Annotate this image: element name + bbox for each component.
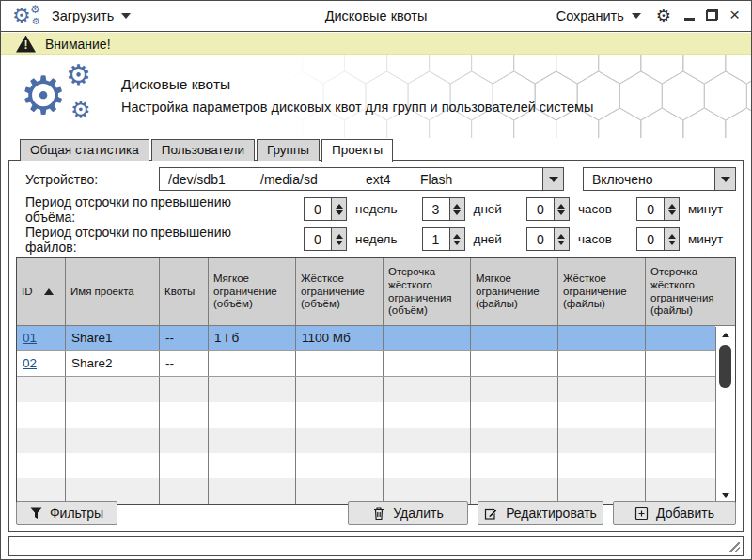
spinner-buttons[interactable]	[554, 228, 569, 250]
close-button[interactable]: ×	[729, 9, 740, 23]
spin-down-icon	[557, 241, 565, 245]
spin-up-icon	[336, 204, 343, 209]
table-row[interactable]: 01Share1--1 Гб1100 Мб	[17, 326, 715, 351]
spinner-value: 0	[637, 228, 664, 250]
column-header-5[interactable]: Жёсткое ограничение (объём)	[296, 258, 384, 325]
column-header-label: Квоты	[164, 286, 195, 299]
column-header-2[interactable]: Имя проекта	[66, 258, 160, 325]
filters-button[interactable]: Фильтры	[16, 501, 118, 525]
days-spinner[interactable]: 3	[422, 197, 465, 221]
column-header-4[interactable]: Мягкое ограничение (объём)	[209, 258, 296, 325]
quota-status-select[interactable]: Включено	[583, 167, 736, 191]
table-cell	[209, 377, 296, 402]
delete-button[interactable]: Удалить	[348, 501, 468, 525]
tab-2[interactable]: Пользователи	[151, 139, 255, 161]
table-cell	[384, 478, 471, 504]
scroll-up-button[interactable]	[716, 328, 735, 342]
restore-icon	[706, 9, 718, 21]
unit-label: часов	[578, 202, 612, 216]
device-label: Устройство:	[16, 172, 159, 187]
grace-volume-label: Период отсрочки по превышению объёма:	[16, 194, 279, 225]
table-cell: --	[160, 351, 209, 376]
table-cell: 1 Гб	[209, 326, 296, 350]
restore-button[interactable]	[706, 9, 718, 23]
spin-down-icon	[557, 210, 565, 215]
column-header-6[interactable]: Отсрочка жёсткого ограничения (объём)	[384, 258, 471, 325]
chevron-down-icon	[721, 177, 730, 182]
spin-down-icon	[668, 241, 676, 245]
table-cell	[296, 377, 384, 402]
table-row[interactable]: 02Share2--	[17, 351, 715, 377]
tab-3[interactable]: Группы	[257, 139, 320, 161]
spinner-buttons[interactable]	[449, 228, 464, 250]
column-header-1[interactable]: ID	[17, 258, 66, 325]
table-cell	[160, 428, 209, 453]
spinner-buttons[interactable]	[554, 198, 569, 220]
table-cell	[66, 478, 160, 504]
row-id-link[interactable]: 02	[23, 356, 37, 370]
table-cell	[66, 453, 160, 478]
gear-icon: ⚙	[20, 70, 67, 122]
hours-spinner[interactable]: 0	[526, 197, 570, 221]
device-dropdown-button[interactable]	[542, 168, 563, 190]
weeks-spinner[interactable]: 0	[304, 197, 347, 221]
status-dropdown-button[interactable]	[714, 168, 735, 190]
tab-1[interactable]: Общая статистика	[20, 139, 149, 161]
tab-4[interactable]: Проекты	[321, 139, 393, 162]
sort-ascending-icon	[44, 288, 54, 295]
hours-spinner[interactable]: 0	[526, 227, 570, 251]
table-cell	[471, 478, 558, 504]
column-header-7[interactable]: Мягкое ограничение (файлы)	[471, 258, 558, 325]
table-cell	[209, 478, 296, 504]
table-cell	[558, 377, 646, 402]
spinner-buttons[interactable]	[331, 198, 346, 220]
settings-gear-icon[interactable]: ⚙	[656, 8, 671, 24]
table-cell	[17, 428, 66, 453]
page-subtitle: Настройка параметров дисковых квот для г…	[121, 100, 593, 115]
minimize-button[interactable]	[684, 9, 695, 23]
column-header-label: Имя проекта	[70, 286, 134, 299]
grace-files-minutes: 0 минут	[636, 227, 723, 251]
table-cell	[209, 351, 296, 376]
device-select[interactable]: /dev/sdb1/media/sdext4Flash	[159, 167, 564, 191]
gear-icon: ⚙	[32, 17, 40, 26]
table-empty-row	[17, 428, 715, 453]
table-cell	[384, 428, 471, 453]
table-cell	[471, 377, 558, 402]
load-menu-button[interactable]: Загрузить	[46, 5, 136, 27]
device-value-part: ext4	[366, 172, 420, 187]
filters-label: Фильтры	[50, 506, 103, 521]
tab-bar: Общая статистикаПользователиГруппыПроект…	[20, 139, 395, 161]
spinner-value: 0	[305, 198, 331, 220]
table-cell	[471, 402, 558, 428]
column-header-8[interactable]: Жёсткое ограничение (файлы)	[558, 258, 646, 325]
scroll-up-icon	[722, 333, 729, 337]
unit-label: минут	[688, 202, 723, 216]
edit-button[interactable]: Редактировать	[478, 501, 603, 525]
days-spinner[interactable]: 1	[422, 227, 465, 251]
minutes-spinner[interactable]: 0	[636, 197, 680, 221]
weeks-spinner[interactable]: 0	[304, 227, 347, 251]
spinner-buttons[interactable]	[664, 198, 679, 220]
unit-label: дней	[474, 232, 502, 246]
table-cell	[296, 478, 384, 504]
spinner-buttons[interactable]	[331, 228, 346, 250]
resize-grip[interactable]	[729, 542, 740, 552]
vertical-scrollbar[interactable]	[715, 327, 735, 504]
row-id-link[interactable]: 01	[23, 331, 37, 345]
column-header-3[interactable]: Квоты	[160, 258, 209, 325]
scrollbar-thumb[interactable]	[719, 345, 731, 388]
device-select-value: /dev/sdb1/media/sdext4Flash	[160, 168, 542, 190]
spinner-buttons[interactable]	[664, 228, 679, 250]
table-cell	[384, 377, 471, 402]
column-header-label: Жёсткое ограничение (файлы)	[563, 272, 640, 311]
minutes-spinner[interactable]: 0	[636, 227, 680, 251]
delete-label: Удалить	[393, 506, 443, 521]
table-cell: 01	[17, 326, 66, 350]
add-button[interactable]: Добавить	[613, 501, 736, 525]
save-menu-label: Сохранить	[556, 8, 624, 23]
column-header-9[interactable]: Отсрочка жёсткого ограничения (файлы)	[646, 258, 735, 325]
chevron-down-icon	[121, 13, 131, 19]
save-menu-button[interactable]: Сохранить	[551, 5, 647, 27]
spinner-buttons[interactable]	[449, 198, 464, 220]
